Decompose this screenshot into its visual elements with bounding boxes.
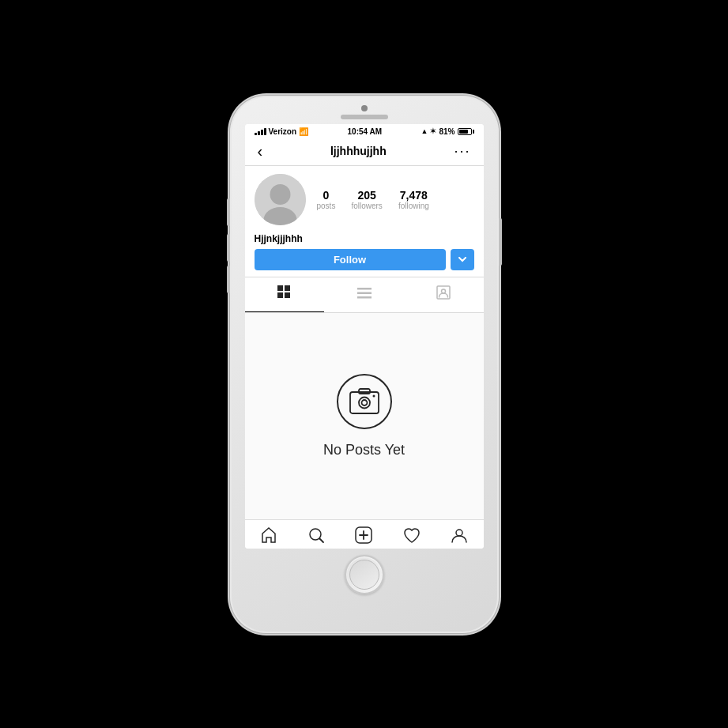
svg-rect-15: [359, 389, 370, 394]
followers-stat[interactable]: 205 followers: [351, 189, 382, 210]
camera: [361, 105, 368, 111]
following-stat[interactable]: 7,478 following: [398, 189, 429, 210]
followers-label: followers: [351, 202, 382, 210]
location-icon: ▲: [421, 127, 428, 135]
signal-bars: [255, 128, 266, 135]
status-bar: Verizon 📶 10:54 AM ▲ ✶ 81%: [245, 124, 484, 138]
profile-section: 0 posts 205 followers 7,478 following Hj…: [245, 166, 484, 277]
stats-row: 0 posts 205 followers 7,478 following: [317, 189, 429, 210]
status-left: Verizon 📶: [255, 127, 309, 136]
bluetooth-icon: ✶: [430, 127, 436, 135]
time-label: 10:54 AM: [348, 127, 383, 136]
no-posts-label: No Posts Yet: [323, 442, 405, 458]
tab-grid[interactable]: [245, 277, 325, 312]
home-button-inner: [349, 560, 379, 590]
grid-icon: [277, 285, 292, 304]
list-icon: [357, 286, 372, 303]
svg-rect-6: [285, 292, 290, 298]
avatar: [255, 174, 306, 225]
nav-activity[interactable]: [403, 526, 421, 544]
svg-rect-9: [357, 296, 372, 299]
carrier-label: Verizon: [269, 127, 297, 136]
svg-point-14: [361, 400, 367, 405]
svg-rect-7: [357, 288, 372, 290]
battery-icon: [458, 128, 474, 135]
followers-count: 205: [357, 189, 375, 202]
svg-rect-8: [357, 292, 372, 294]
nav-home[interactable]: [260, 526, 277, 544]
battery-percent: 81%: [439, 127, 455, 136]
no-posts-icon: [337, 374, 392, 429]
wifi-icon: 📶: [299, 127, 308, 136]
following-label: following: [398, 202, 429, 210]
speaker: [341, 115, 388, 119]
posts-stat[interactable]: 0 posts: [317, 189, 336, 210]
tabs-row: [245, 277, 484, 313]
profile-username-title: ljjhhhujjhh: [330, 145, 387, 157]
svg-line-18: [320, 538, 324, 542]
follow-row: Follow: [255, 249, 474, 270]
svg-rect-3: [277, 285, 283, 291]
more-options-button[interactable]: ···: [454, 143, 470, 160]
svg-point-1: [270, 184, 290, 205]
follow-button[interactable]: Follow: [255, 249, 446, 270]
follow-chevron-button[interactable]: [451, 249, 474, 270]
svg-rect-4: [285, 285, 290, 291]
status-right: ▲ ✶ 81%: [421, 127, 474, 136]
nav-add[interactable]: [355, 526, 372, 544]
nav-bar: ‹ ljjhhhujjhh ···: [245, 138, 484, 166]
svg-point-16: [372, 394, 375, 397]
posts-count: 0: [323, 189, 330, 202]
profile-top: 0 posts 205 followers 7,478 following: [255, 174, 474, 225]
phone-screen: Verizon 📶 10:54 AM ▲ ✶ 81% ‹ ljjhhhujjhh…: [245, 124, 484, 549]
nav-search[interactable]: [307, 526, 325, 544]
posts-label: posts: [317, 202, 336, 210]
tab-list[interactable]: [324, 277, 404, 312]
back-button[interactable]: ‹: [258, 142, 263, 160]
display-name: Hjjnkjjjhhh: [255, 233, 474, 244]
bottom-nav: [245, 519, 484, 549]
tab-tagged[interactable]: [404, 277, 484, 312]
content-area: No Posts Yet: [245, 313, 484, 519]
tagged-icon: [436, 285, 451, 304]
svg-point-22: [456, 530, 462, 536]
home-button[interactable]: [345, 555, 384, 594]
following-count: 7,478: [400, 189, 428, 202]
svg-rect-5: [277, 292, 283, 298]
svg-point-13: [359, 397, 370, 408]
nav-profile[interactable]: [451, 526, 468, 544]
phone-top: [230, 96, 499, 124]
phone-frame: Verizon 📶 10:54 AM ▲ ✶ 81% ‹ ljjhhhujjhh…: [230, 96, 499, 633]
